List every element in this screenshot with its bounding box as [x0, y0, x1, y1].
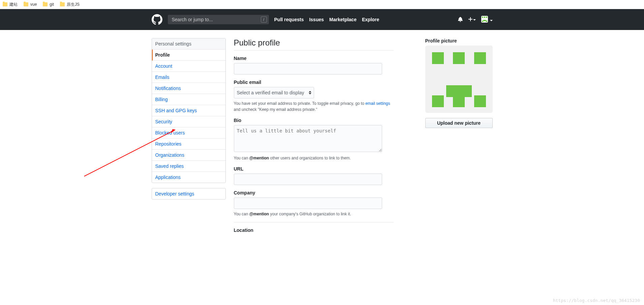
public-email-label: Public email	[234, 80, 394, 85]
search-slash-hint: /	[261, 17, 267, 23]
nav-issues[interactable]: Issues	[309, 17, 324, 22]
sidebar-item-blocked-users[interactable]: Blocked users	[152, 127, 225, 139]
bookmark-item[interactable]: 建站	[3, 2, 18, 7]
bio-note: You can @mention other users and organiz…	[234, 155, 394, 161]
sidebar-item-profile[interactable]: Profile	[152, 50, 225, 61]
company-label: Company	[234, 190, 394, 195]
name-field-group: Name	[234, 56, 394, 74]
dropdown-caret-icon	[473, 19, 476, 22]
sidebar-item-security[interactable]: Security	[152, 116, 225, 127]
url-label: URL	[234, 166, 394, 172]
bookmark-label: git	[50, 2, 54, 7]
company-note: You can @mention your company's GitHub o…	[234, 211, 394, 217]
profile-picture-section: Profile picture Upload new picture	[425, 38, 493, 238]
sidebar-item-repositories[interactable]: Repositories	[152, 139, 225, 150]
bio-field-group: Bio You can @mention other users and org…	[234, 118, 394, 161]
bookmark-item[interactable]: 原生JS	[60, 2, 80, 7]
dropdown-caret-icon	[490, 20, 493, 23]
menu-heading: Personal settings	[152, 38, 225, 50]
folder-icon	[24, 2, 28, 6]
email-settings-link[interactable]: email settings	[365, 101, 390, 106]
sidebar-item-ssh-gpg-keys[interactable]: SSH and GPG keys	[152, 105, 225, 116]
create-new-dropdown[interactable]	[468, 17, 476, 23]
content-area: Public profile Name Public email Select …	[234, 38, 493, 238]
location-field-group: Location	[234, 227, 394, 233]
profile-avatar[interactable]	[425, 45, 493, 113]
upload-picture-button[interactable]: Upload new picture	[425, 118, 493, 128]
email-field-group: Public email Select a verified email to …	[234, 80, 394, 113]
search-input[interactable]	[168, 15, 269, 24]
notifications-button[interactable]	[458, 17, 463, 23]
profile-picture-label: Profile picture	[425, 38, 493, 43]
name-label: Name	[234, 56, 394, 61]
sidebar-item-applications[interactable]: Applications	[152, 172, 225, 183]
url-input[interactable]	[234, 174, 382, 185]
personal-settings-menu: Personal settings Profile Account Emails…	[152, 38, 226, 183]
nav-explore[interactable]: Explore	[362, 17, 379, 22]
nav-pull-requests[interactable]: Pull requests	[274, 17, 304, 22]
location-label: Location	[234, 227, 394, 233]
divider	[234, 222, 394, 222]
header-nav: Pull requests Issues Marketplace Explore	[274, 17, 379, 22]
bookmark-label: vue	[30, 2, 37, 7]
avatar-icon	[481, 16, 488, 23]
nav-marketplace[interactable]: Marketplace	[329, 17, 357, 22]
sidebar-item-billing[interactable]: Billing	[152, 94, 225, 105]
page-title: Public profile	[234, 38, 394, 51]
github-logo-icon[interactable]	[152, 14, 162, 25]
company-field-group: Company You can @mention your company's …	[234, 190, 394, 217]
bookmark-item[interactable]: vue	[24, 2, 37, 7]
plus-icon	[468, 17, 472, 22]
bell-icon	[458, 17, 463, 22]
folder-icon	[3, 2, 7, 6]
company-input[interactable]	[234, 197, 382, 209]
bookmark-label: 原生JS	[67, 2, 80, 7]
sidebar-item-emails[interactable]: Emails	[152, 72, 225, 83]
profile-form: Public profile Name Public email Select …	[234, 38, 394, 238]
bio-textarea[interactable]	[234, 125, 382, 152]
sidebar-item-saved-replies[interactable]: Saved replies	[152, 161, 225, 172]
user-menu-dropdown[interactable]	[481, 16, 493, 24]
bookmark-item[interactable]: git	[43, 2, 54, 7]
sidebar-item-developer-settings[interactable]: Developer settings	[152, 188, 225, 199]
folder-icon	[43, 2, 48, 6]
folder-icon	[60, 2, 65, 6]
public-email-select[interactable]: Select a verified email to display	[234, 87, 314, 98]
settings-sidebar: Personal settings Profile Account Emails…	[152, 38, 226, 238]
url-field-group: URL	[234, 166, 394, 185]
bookmarks-bar: 建站 vue git 原生JS	[0, 0, 644, 9]
name-input[interactable]	[234, 63, 382, 74]
bookmark-label: 建站	[9, 2, 18, 7]
main-container: Personal settings Profile Account Emails…	[152, 38, 493, 238]
header-right	[458, 16, 493, 24]
search-container: /	[168, 15, 269, 24]
github-header: / Pull requests Issues Marketplace Explo…	[0, 9, 644, 30]
email-note: You have set your email address to priva…	[234, 100, 394, 113]
developer-settings-menu: Developer settings	[152, 188, 226, 200]
bio-label: Bio	[234, 118, 394, 123]
sidebar-item-notifications[interactable]: Notifications	[152, 83, 225, 94]
sidebar-item-account[interactable]: Account	[152, 61, 225, 72]
sidebar-item-organizations[interactable]: Organizations	[152, 150, 225, 161]
